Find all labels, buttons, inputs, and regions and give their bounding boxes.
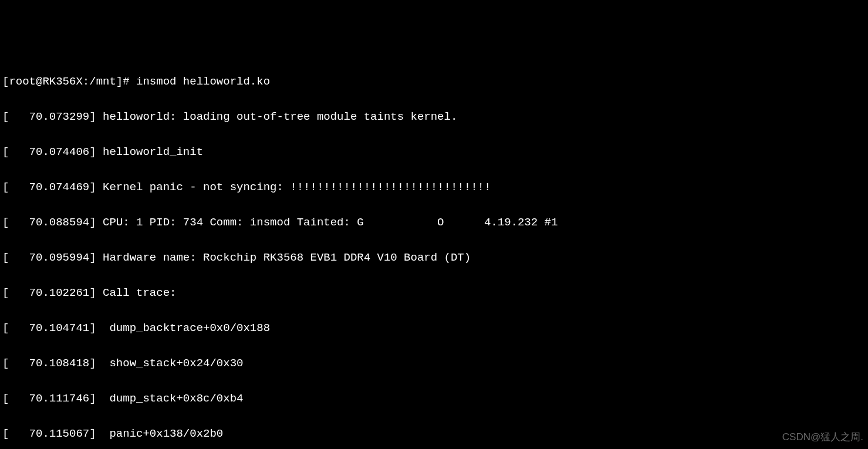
watermark-text: CSDN@猛人之周. — [782, 430, 863, 445]
kernel-output-line: [ 70.111746] dump_stack+0x8c/0xb4 — [2, 390, 868, 407]
kernel-output-line: [ 70.108418] show_stack+0x24/0x30 — [2, 355, 868, 372]
kernel-output-line: [ 70.104741] dump_backtrace+0x0/0x188 — [2, 319, 868, 337]
kernel-output-line: [ 70.073299] helloworld: loading out-of-… — [2, 108, 868, 126]
kernel-output-line: [ 70.074406] helloworld_init — [2, 143, 868, 161]
kernel-output-line: [ 70.115067] panic+0x138/0x2b0 — [2, 425, 868, 443]
kernel-output-line: [ 70.088594] CPU: 1 PID: 734 Comm: insmo… — [2, 214, 868, 231]
terminal-prompt-line[interactable]: [root@RK356X:/mnt]# insmod helloworld.ko — [2, 73, 868, 90]
kernel-output-line: [ 70.074469] Kernel panic - not syncing:… — [2, 178, 868, 196]
kernel-output-line: [ 70.095994] Hardware name: Rockchip RK3… — [2, 249, 868, 266]
kernel-output-line: [ 70.102261] Call trace: — [2, 284, 868, 302]
